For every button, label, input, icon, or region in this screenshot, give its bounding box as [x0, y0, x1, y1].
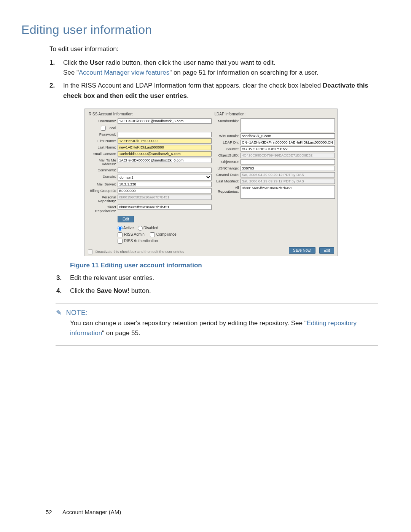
step-4-bold: Save Now!	[97, 287, 129, 294]
windomain-label: WinDomain:	[214, 133, 241, 138]
edit-button[interactable]: Edit	[118, 216, 134, 222]
deactivate-checkbox[interactable]	[88, 249, 93, 254]
allrepos-field[interactable]: 0b0015605ff25e10ae67b7b451	[241, 185, 335, 199]
domain-select[interactable]: domain1	[118, 174, 212, 181]
mailserver-field[interactable]	[118, 182, 212, 187]
step-number: 1.	[49, 58, 55, 68]
footer-section: Account Manager (AM)	[62, 509, 121, 515]
exit-button[interactable]: Exit	[319, 247, 334, 254]
direct-repos-label: Direct Repositories:	[88, 204, 118, 213]
usnchange-field[interactable]	[241, 166, 335, 171]
note-icon: ✎	[56, 308, 62, 317]
objectsid-field[interactable]	[241, 159, 335, 165]
riss-section-title: RISS Account Information:	[88, 111, 212, 118]
step-number: 2.	[49, 81, 55, 91]
lastname-label: Last Name:	[88, 145, 118, 149]
deactivate-label: Deactivate this check box and then edit …	[96, 249, 184, 254]
note-body: You can change a user's repository reten…	[70, 318, 390, 338]
riss-admin-label: RISS Admin	[124, 232, 145, 236]
step-1-link[interactable]: Account Manager view features	[79, 69, 169, 76]
step-1: 1. Click the User radio button, then cli…	[63, 58, 378, 78]
figure-caption: Figure 11 Editing user account informati…	[70, 262, 390, 269]
step-2-text-a: In the RISS Account and LDAP Information…	[63, 82, 323, 89]
step-3: 3. Edit the relevant user entries.	[70, 273, 378, 283]
step-4-prefix: Click the	[70, 287, 97, 294]
modified-label: Last Modified:	[214, 179, 241, 183]
step-4: 4. Click the Save Now! button.	[70, 286, 378, 296]
disabled-radio[interactable]	[138, 226, 143, 231]
step-2-suffix: .	[187, 92, 189, 99]
usnchange-label: USNChange:	[214, 166, 241, 170]
windomain-field[interactable]	[241, 133, 335, 139]
username-field[interactable]	[118, 118, 212, 124]
local-label: Local	[107, 126, 116, 130]
comments-label: Comments:	[88, 168, 118, 172]
local-checkbox[interactable]	[101, 126, 106, 131]
password-label: Password:	[88, 132, 118, 136]
billing-label: Billing Group ID:	[88, 188, 118, 193]
ldapdn-field[interactable]	[241, 140, 335, 145]
email-label: Email Contact:	[88, 151, 118, 156]
step-2: 2. In the RISS Account and LDAP Informat…	[63, 81, 378, 101]
note-prefix: You can change a user's repository reten…	[70, 320, 307, 327]
membership-label: Membership:	[214, 118, 241, 123]
created-label: Created Date:	[214, 172, 241, 177]
save-now-button[interactable]: Save Now!	[289, 247, 315, 254]
objectguid-field[interactable]	[241, 153, 335, 158]
username-label: Username:	[88, 118, 118, 123]
step-1-see-suffix: " on page 51 for information on searchin…	[169, 69, 319, 76]
allrepos-label: All Repositories:	[214, 185, 241, 194]
source-label: Source:	[214, 146, 241, 151]
step-number: 3.	[56, 273, 62, 283]
step-number: 4.	[56, 286, 62, 296]
note-label: NOTE:	[66, 309, 88, 316]
mailserver-label: Mail Server:	[88, 182, 118, 186]
note-suffix: " on page 55.	[102, 329, 140, 337]
objectguid-label: ObjectGUID:	[214, 153, 241, 157]
personal-repo-label: Personal Repository:	[88, 195, 118, 203]
ldapdn-label: LDAP Dn:	[214, 140, 241, 144]
lastname-field[interactable]	[118, 145, 212, 150]
step-1-bold: User	[90, 59, 104, 66]
created-field[interactable]	[241, 172, 335, 177]
divider	[56, 345, 378, 346]
riss-ldap-form: RISS Account Information: Username: Loca…	[84, 109, 338, 256]
comments-field[interactable]	[118, 168, 212, 173]
compliance-checkbox[interactable]	[150, 232, 155, 237]
firstname-label: First Name:	[88, 138, 118, 143]
disabled-label: Disabled	[143, 226, 158, 230]
divider	[56, 304, 378, 304]
personal-repo-field[interactable]	[118, 195, 212, 200]
active-label: Active	[123, 226, 134, 230]
source-field[interactable]	[241, 146, 335, 152]
password-field[interactable]	[118, 132, 212, 137]
direct-repos-field[interactable]	[118, 204, 212, 210]
mailto-label: Mail To Me Address:	[88, 158, 118, 166]
step-1-see-prefix: See "	[63, 69, 79, 76]
ldap-section-title: LDAP Information:	[214, 111, 335, 118]
membership-field[interactable]	[241, 118, 335, 132]
domain-label: Domain:	[88, 174, 118, 179]
intro-text: To edit user information:	[49, 45, 390, 54]
riss-admin-checkbox[interactable]	[118, 232, 123, 237]
objectsid-label: ObjectSID:	[214, 159, 241, 164]
riss-auth-checkbox[interactable]	[118, 239, 123, 244]
compliance-label: Compliance	[156, 232, 177, 236]
email-field[interactable]	[118, 151, 212, 157]
mailto-field[interactable]	[118, 158, 212, 163]
riss-auth-label: RISS Authentication	[124, 239, 158, 243]
modified-field[interactable]	[241, 179, 335, 184]
page-number: 52	[46, 509, 52, 515]
step-3-text: Edit the relevant user entries.	[70, 274, 154, 281]
billing-field[interactable]	[118, 188, 212, 193]
step-1-text-a: Click the	[63, 59, 90, 66]
active-radio[interactable]	[118, 226, 123, 231]
step-4-suffix: button.	[129, 287, 151, 294]
firstname-field[interactable]	[118, 138, 212, 144]
step-1-text-b: radio button, then click the user name t…	[104, 59, 276, 66]
page-heading: Editing user information	[21, 23, 390, 37]
